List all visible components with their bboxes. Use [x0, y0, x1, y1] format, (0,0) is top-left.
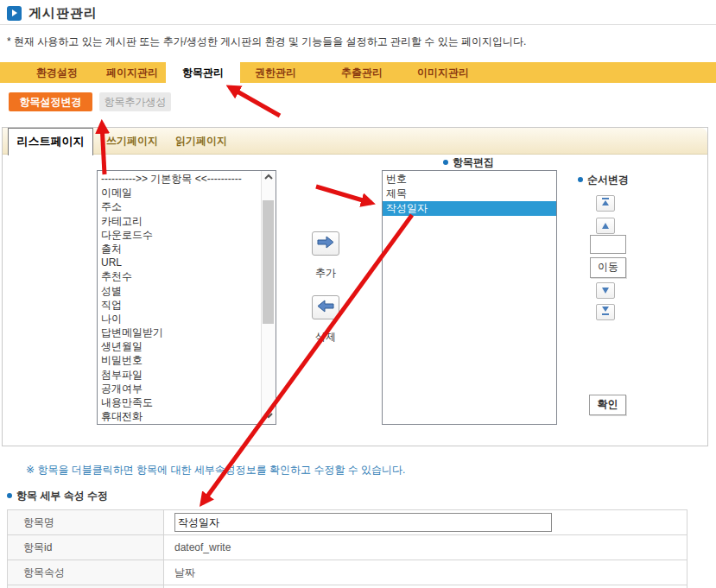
item-id-value: dateof_write [164, 535, 687, 560]
row-label-item-attr: 항목속성 [8, 560, 164, 585]
detail-section-title: 항목 세부 속성 수정 [7, 489, 108, 503]
item-attr-value: 날짜 [164, 560, 687, 585]
arrow-left-icon [316, 299, 335, 313]
table-row-partial [8, 585, 687, 588]
remove-label: 삭제 [315, 330, 336, 345]
tab-list-page[interactable]: 리스트페이지 [8, 128, 93, 155]
list-group-header: ---------->> 기본항목 <<---------- [98, 172, 262, 186]
table-row: 항목명 [8, 510, 687, 535]
arrow-right-icon [316, 235, 335, 250]
row-label-item-name: 항목명 [8, 510, 164, 535]
move-down-icon [601, 287, 610, 294]
remove-item-button[interactable] [312, 295, 339, 319]
scroll-up-icon[interactable] [262, 171, 276, 186]
list-item[interactable]: 추천수 [98, 269, 262, 283]
add-item-button[interactable] [312, 231, 339, 256]
list-item[interactable]: 직업 [98, 298, 262, 312]
list-item[interactable]: 출처 [98, 242, 262, 256]
main-tab-permission[interactable]: 권한관리 [255, 62, 296, 83]
move-top-button[interactable] [596, 195, 615, 212]
move-up-icon [601, 222, 610, 230]
title-arrow-icon [7, 6, 22, 21]
page-title: 게시판관리 [29, 5, 98, 22]
divider [0, 24, 716, 25]
main-tab-extract[interactable]: 추출관리 [341, 62, 383, 83]
tab-write-page[interactable]: 쓰기페이지 [106, 128, 158, 154]
row-label-item-id: 항목id [8, 535, 164, 560]
main-tab-env-settings[interactable]: 환경설정 [36, 62, 78, 83]
list-item[interactable]: 생년월일 [98, 339, 262, 353]
main-tab-image-mgmt[interactable]: 이미지관리 [417, 62, 469, 83]
list-item[interactable]: 이메일 [98, 186, 262, 199]
list-item[interactable]: 번호 [383, 172, 556, 187]
list-item[interactable]: 답변메일받기 [98, 326, 262, 339]
table-row: 항목속성 날짜 [8, 560, 687, 585]
page-description: * 현재 사용하고 있는 게시판 또는 추가/생성한 게시판의 환경 및 기능들… [7, 35, 526, 49]
item-name-input[interactable] [174, 513, 552, 532]
list-item[interactable]: URL [98, 256, 262, 269]
confirm-button[interactable]: 확인 [589, 395, 626, 415]
main-tab-page-mgmt[interactable]: 페이지관리 [106, 62, 158, 83]
page-tab-strip: 리스트페이지 쓰기페이지 읽기페이지 [3, 128, 707, 155]
item-mgmt-panel: 리스트페이지 쓰기페이지 읽기페이지 ---------->> 기본항목 <<-… [2, 127, 708, 446]
item-settings-change-button[interactable]: 항목설정변경 [9, 92, 92, 111]
move-up-button[interactable] [596, 218, 615, 234]
list-item[interactable]: 다운로드수 [98, 228, 262, 242]
list-item[interactable]: 비밀번호 [98, 353, 262, 367]
edit-list-title: 항목편집 [382, 155, 555, 170]
arrow-to-item-mgmt-tab [230, 87, 280, 116]
list-item[interactable]: 휴대전화 [98, 409, 262, 423]
list-item[interactable]: 공개여부 [98, 382, 262, 395]
base-items-listbox[interactable]: ---------->> 기본항목 <<---------- 이메일 주소 카테… [97, 170, 276, 425]
bullet-icon [443, 160, 448, 165]
list-item[interactable]: 카테고리 [98, 214, 262, 228]
add-label: 추가 [315, 266, 336, 281]
scrollbar[interactable] [261, 171, 276, 424]
move-down-button[interactable] [596, 282, 615, 299]
list-item[interactable]: 제목 [383, 187, 556, 201]
move-button[interactable]: 이동 [590, 257, 626, 278]
scroll-down-icon[interactable] [262, 409, 276, 424]
item-add-create-button[interactable]: 항목추가생성 [99, 92, 171, 111]
main-tab-item-mgmt[interactable]: 항목관리 [166, 62, 240, 83]
list-item[interactable]: 첨부파일 [98, 368, 262, 382]
move-bottom-icon [601, 307, 610, 316]
list-item[interactable]: 나이 [98, 312, 262, 326]
double-click-note: ※ 항목을 더블클릭하면 항목에 대한 세부속성정보를 확인하고 수정할 수 있… [26, 463, 405, 477]
bullet-icon [7, 493, 12, 498]
detail-attributes-table: 항목명 항목id dateof_write 항목속성 날짜 [7, 509, 687, 588]
list-item[interactable]: 주소 [98, 199, 262, 213]
order-panel-title: 순서변경 [578, 173, 629, 187]
scrollbar-thumb[interactable] [263, 200, 274, 324]
table-row: 항목id dateof_write [8, 535, 687, 560]
move-bottom-button[interactable] [596, 304, 615, 320]
edit-items-listbox[interactable]: 번호 제목 작성일자 [382, 170, 557, 425]
order-position-input[interactable] [590, 235, 626, 254]
list-item[interactable]: 성별 [98, 284, 262, 298]
list-item-selected[interactable]: 작성일자 [383, 201, 556, 216]
list-item[interactable]: 내용만족도 [98, 395, 262, 409]
move-top-icon [601, 198, 610, 207]
bullet-icon [578, 177, 583, 182]
tab-read-page[interactable]: 읽기페이지 [175, 128, 227, 154]
main-tab-bar: 환경설정 페이지관리 항목관리 권한관리 추출관리 이미지관리 [0, 62, 716, 83]
